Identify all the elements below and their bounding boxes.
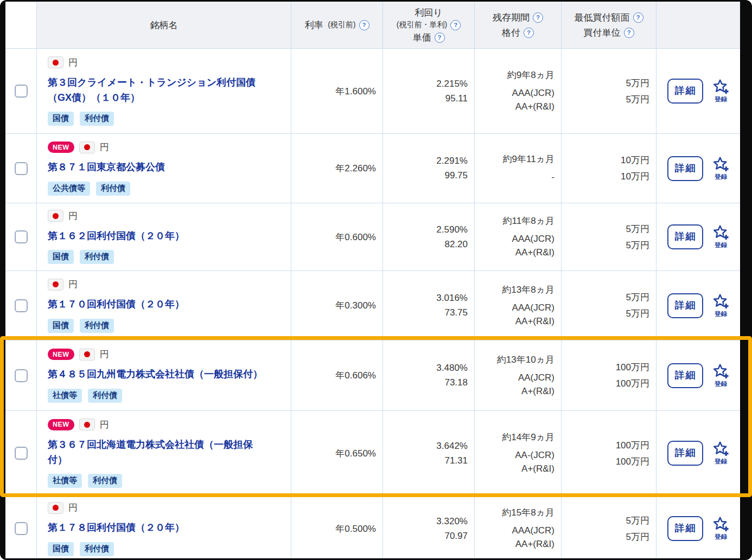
- period-rating-cell: 約9年11ヵ月 -: [475, 134, 562, 203]
- min-face-value: 10万円: [621, 154, 649, 166]
- checkbox-cell: [5, 134, 37, 203]
- col-label-rating: 格付: [502, 27, 520, 39]
- detail-button[interactable]: 詳細: [667, 224, 703, 249]
- period-value: 約9年11ヵ月: [502, 153, 555, 165]
- star-plus-icon: [712, 363, 730, 379]
- min-face-cell: 5万円 5万円: [562, 271, 657, 340]
- row-checkbox[interactable]: [15, 299, 28, 312]
- bond-name-link[interactable]: 第１６２回利付国債（２０年）: [48, 229, 184, 244]
- yield-value: 3.016%: [436, 293, 468, 304]
- yield-value: 2.291%: [436, 156, 468, 166]
- actions-cell: 詳細 登録: [657, 49, 740, 133]
- row-checkbox[interactable]: [15, 230, 28, 243]
- category-tag: 国債: [48, 112, 74, 126]
- period-value: 約13年8ヵ月: [502, 284, 555, 296]
- rating-jcr: AAA(JCR): [512, 301, 555, 314]
- period-rating-cell: 約15年8ヵ月 AAA(JCR) AA+(R&I): [475, 496, 562, 558]
- period-value: 約9年8ヵ月: [507, 69, 555, 81]
- unit-value: 10万円: [621, 170, 649, 183]
- register-label: 登録: [715, 241, 727, 249]
- japan-flag-icon: [48, 56, 63, 68]
- min-face-value: 100万円: [616, 439, 649, 452]
- checkbox-cell: [5, 340, 37, 410]
- rating-jcr: AAA(JCR): [512, 86, 555, 100]
- row-checkbox[interactable]: [15, 522, 28, 535]
- help-icon[interactable]: ?: [624, 28, 634, 38]
- unit-value: 5万円: [626, 239, 649, 252]
- col-label-rate: 利率: [304, 19, 323, 31]
- bond-list-table: 銘柄名 利率 (税引前) ? 利回り (税引前・単利)? 単価? 残存期間? 格…: [0, 0, 752, 560]
- detail-button[interactable]: 詳細: [667, 516, 703, 541]
- help-icon[interactable]: ?: [524, 28, 534, 38]
- register-favorite-button[interactable]: 登録: [712, 156, 730, 181]
- register-favorite-button[interactable]: 登録: [712, 441, 730, 466]
- price-value: 99.75: [444, 170, 468, 181]
- rating-jcr: -: [551, 170, 555, 184]
- star-plus-icon: [712, 156, 730, 172]
- help-icon[interactable]: ?: [435, 33, 445, 43]
- bond-name-link[interactable]: 第４８５回九州電力株式会社社債（一般担保付）: [48, 367, 263, 382]
- help-icon[interactable]: ?: [633, 12, 643, 23]
- rating-jcr: AAA(JCR): [512, 524, 555, 537]
- bond-name-link[interactable]: 第８７１回東京都公募公債: [48, 160, 165, 175]
- register-favorite-button[interactable]: 登録: [712, 516, 730, 541]
- actions-cell: 詳細 登録: [657, 411, 740, 495]
- detail-button[interactable]: 詳細: [667, 293, 703, 318]
- header-cell-checkbox: [5, 2, 37, 48]
- actions-cell: 詳細 登録: [657, 340, 740, 410]
- star-plus-icon: [712, 224, 730, 241]
- table-row: NEW 円 第４８５回九州電力株式会社社債（一般担保付） 社債等 利付債 年0.…: [5, 340, 740, 411]
- yield-cell: 2.590% 82.20: [383, 203, 475, 271]
- header-cell-actions: [657, 2, 740, 48]
- actions-cell: 詳細 登録: [657, 496, 740, 558]
- bond-name-link[interactable]: 第１７８回利付国債（２０年）: [48, 520, 184, 536]
- col-label-unit: 買付単位: [584, 27, 621, 39]
- yield-value: 2.590%: [436, 224, 468, 235]
- row-checkbox[interactable]: [15, 447, 28, 460]
- rate-value: 年0.650%: [335, 447, 376, 460]
- bond-name-link[interactable]: 第３６７回北海道電力株式会社社債（一般担保付）: [48, 437, 266, 468]
- unit-value: 100万円: [616, 377, 649, 390]
- detail-button[interactable]: 詳細: [667, 441, 703, 466]
- period-value: 約14年9ヵ月: [502, 431, 555, 443]
- japan-flag-icon: [48, 279, 63, 291]
- bond-name-cell: NEW 円 第８７１回東京都公募公債 公共債等 利付債: [37, 134, 291, 203]
- category-tag: 社債等: [48, 474, 82, 488]
- col-label-yield: 利回り: [415, 7, 442, 19]
- star-plus-icon: [712, 79, 730, 95]
- period-value: 約11年8ヵ月: [502, 215, 555, 227]
- bond-name-link[interactable]: 第３回クライメート・トランジション利付国債（GX債）（１０年）: [48, 75, 266, 106]
- actions-cell: 詳細 登録: [657, 271, 740, 340]
- register-favorite-button[interactable]: 登録: [712, 79, 730, 104]
- register-label: 登録: [715, 380, 727, 388]
- detail-button[interactable]: 詳細: [667, 156, 703, 181]
- min-face-value: 5万円: [626, 77, 649, 89]
- col-label-period: 残存期間: [493, 11, 530, 24]
- register-favorite-button[interactable]: 登録: [712, 224, 730, 249]
- actions-cell: 詳細 登録: [657, 203, 740, 271]
- help-icon[interactable]: ?: [450, 20, 461, 30]
- rate-value: 年2.260%: [335, 162, 376, 175]
- register-favorite-button[interactable]: 登録: [712, 363, 730, 388]
- rate-cell: 年0.650%: [291, 411, 383, 495]
- rating-jcr: AA-(JCR): [515, 448, 555, 462]
- type-tag: 利付債: [80, 319, 114, 333]
- detail-button[interactable]: 詳細: [667, 363, 703, 388]
- rating-jcr: AAA(JCR): [512, 232, 555, 246]
- row-checkbox[interactable]: [15, 85, 28, 98]
- rate-cell: 年2.260%: [291, 134, 383, 203]
- row-checkbox[interactable]: [15, 162, 28, 175]
- bond-name-link[interactable]: 第１７０回利付国債（２０年）: [48, 297, 184, 312]
- help-icon[interactable]: ?: [533, 12, 543, 23]
- japan-flag-icon: [48, 210, 63, 222]
- row-checkbox[interactable]: [15, 369, 28, 382]
- bond-name-cell: NEW 円 第４８５回九州電力株式会社社債（一般担保付） 社債等 利付債: [37, 340, 291, 410]
- min-face-value: 5万円: [626, 514, 649, 527]
- header-cell-rate: 利率 (税引前) ?: [291, 2, 383, 48]
- detail-button[interactable]: 詳細: [667, 79, 703, 104]
- register-favorite-button[interactable]: 登録: [712, 293, 730, 318]
- period-value: 約13年10ヵ月: [497, 353, 555, 366]
- help-icon[interactable]: ?: [359, 20, 369, 30]
- yield-value: 3.480%: [436, 363, 468, 374]
- type-tag: 利付債: [88, 474, 122, 488]
